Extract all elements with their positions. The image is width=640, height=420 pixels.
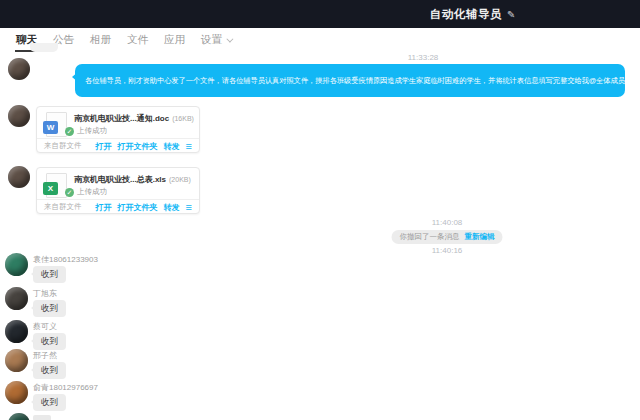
announcement-text: 各位辅导员，刚才资助中心发了一个文件，请各位辅导员认真对照文件，摸排各班级受疫情… bbox=[75, 64, 625, 97]
reply-bubble: 收到 bbox=[33, 362, 66, 379]
upload-status: ✓上传成功 bbox=[65, 187, 107, 197]
open-folder-button[interactable]: 打开文件夹 bbox=[118, 202, 158, 213]
tab-files[interactable]: 文件 bbox=[126, 28, 149, 52]
card-footer: 来自群文件 打开 打开文件夹 转发 ≡ bbox=[37, 200, 199, 214]
recall-notice: 你撤回了一条消息重新编辑 bbox=[392, 230, 503, 244]
member-name: 邢子然 bbox=[33, 350, 57, 361]
group-title: 自动化辅导员✎ bbox=[430, 0, 516, 28]
sender-avatar[interactable] bbox=[8, 166, 30, 188]
edit-title-icon[interactable]: ✎ bbox=[507, 9, 516, 20]
more-menu-icon[interactable]: ≡ bbox=[186, 202, 192, 212]
member-avatar[interactable] bbox=[5, 287, 28, 310]
open-file-button[interactable]: 打开 bbox=[96, 141, 112, 152]
scrolled-bubble-remnant bbox=[30, 43, 58, 52]
re-edit-link[interactable]: 重新编辑 bbox=[465, 232, 495, 241]
more-menu-icon[interactable]: ≡ bbox=[186, 141, 192, 151]
file-name: 南京机电职业技...总表.xls(20KB) bbox=[74, 174, 191, 185]
forward-button[interactable]: 转发 bbox=[164, 202, 180, 213]
file-source-label: 来自群文件 bbox=[44, 202, 90, 212]
timestamp: 11:40:16 bbox=[432, 246, 463, 255]
file-card-doc: W 南京机电职业技...通知.doc(16KB) ✓上传成功 来自群文件 打开 … bbox=[36, 106, 200, 153]
member-name: 蔡可义 bbox=[33, 321, 57, 332]
open-folder-button[interactable]: 打开文件夹 bbox=[118, 141, 158, 152]
member-avatar[interactable] bbox=[5, 349, 28, 372]
sender-avatar[interactable] bbox=[8, 58, 30, 80]
tab-album[interactable]: 相册 bbox=[89, 28, 112, 52]
member-avatar[interactable] bbox=[5, 381, 28, 404]
excel-badge-icon: X bbox=[43, 182, 58, 195]
group-title-text: 自动化辅导员 bbox=[430, 8, 502, 20]
chat-window: 自动化辅导员✎ 聊天 公告 相册 文件 应用 设置 11:33:28 各位辅导员… bbox=[0, 0, 640, 420]
timestamp: 11:33:28 bbox=[408, 53, 439, 62]
timestamp: 11:40:08 bbox=[432, 218, 463, 227]
member-avatar[interactable] bbox=[5, 253, 28, 276]
reply-bubble: 收到 bbox=[33, 333, 66, 350]
file-source-label: 来自群文件 bbox=[44, 141, 90, 151]
tab-settings[interactable]: 设置 bbox=[200, 28, 232, 52]
recall-text: 你撤回了一条消息 bbox=[400, 232, 460, 241]
sender-avatar[interactable] bbox=[8, 105, 30, 127]
title-bar: 自动化辅导员✎ bbox=[0, 0, 640, 28]
xls-file-icon: X bbox=[46, 173, 67, 198]
member-name-partial bbox=[33, 415, 51, 420]
announcement-bubble: 各位辅导员，刚才资助中心发了一个文件，请各位辅导员认真对照文件，摸排各班级受疫情… bbox=[75, 64, 625, 97]
file-card-xls: X 南京机电职业技...总表.xls(20KB) ✓上传成功 来自群文件 打开 … bbox=[36, 167, 200, 214]
tab-bar: 聊天 公告 相册 文件 应用 设置 bbox=[0, 28, 640, 52]
word-badge-icon: W bbox=[43, 121, 58, 134]
chevron-down-icon bbox=[226, 36, 233, 43]
chat-message-area[interactable]: 11:33:28 各位辅导员，刚才资助中心发了一个文件，请各位辅导员认真对照文件… bbox=[0, 52, 640, 420]
file-name: 南京机电职业技...通知.doc(16KB) bbox=[74, 113, 194, 124]
success-check-icon: ✓ bbox=[65, 188, 74, 197]
tab-apps[interactable]: 应用 bbox=[163, 28, 186, 52]
reply-bubble: 收到 bbox=[33, 266, 66, 283]
reply-bubble: 收到 bbox=[33, 394, 66, 411]
member-avatar[interactable] bbox=[5, 320, 28, 343]
reply-bubble: 收到 bbox=[33, 300, 66, 317]
card-footer: 来自群文件 打开 打开文件夹 转发 ≡ bbox=[37, 139, 199, 153]
member-avatar[interactable] bbox=[8, 413, 30, 420]
file-size: (16KB) bbox=[172, 115, 194, 122]
member-name: 袁佳18061233903 bbox=[33, 254, 98, 265]
open-file-button[interactable]: 打开 bbox=[96, 202, 112, 213]
doc-file-icon: W bbox=[46, 112, 67, 137]
upload-status: ✓上传成功 bbox=[65, 126, 107, 136]
success-check-icon: ✓ bbox=[65, 127, 74, 136]
forward-button[interactable]: 转发 bbox=[164, 141, 180, 152]
member-name: 俞青18012976697 bbox=[33, 382, 98, 393]
member-name: 丁旭东 bbox=[33, 288, 57, 299]
file-size: (20KB) bbox=[169, 176, 191, 183]
